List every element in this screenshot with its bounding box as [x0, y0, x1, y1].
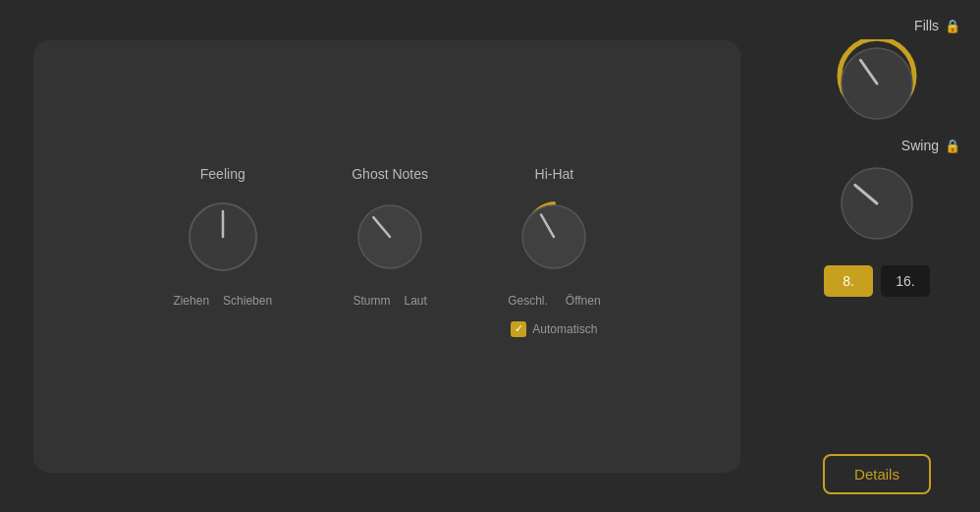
- fills-label-row: Fills 🔒: [793, 18, 960, 33]
- ghost-notes-knob-container[interactable]: [351, 198, 429, 276]
- ghost-notes-label: Ghost Notes: [352, 166, 428, 182]
- hihat-knob-container[interactable]: [515, 198, 593, 276]
- knobs-row: Feeling Ziehen Schieben Ghost Notes: [173, 166, 600, 337]
- swing-knob-container[interactable]: [833, 159, 921, 248]
- hihat-sublabel-left: Geschl.: [508, 294, 548, 308]
- feeling-knob-svg: [184, 198, 262, 276]
- number-box-16[interactable]: 16.: [881, 265, 930, 297]
- right-sidebar: Fills 🔒 Swing 🔒: [774, 0, 980, 512]
- hihat-sublabels: Geschl. Öffnen: [508, 294, 601, 308]
- hihat-label: Hi-Hat: [535, 166, 574, 182]
- main-panel: Feeling Ziehen Schieben Ghost Notes: [0, 0, 774, 512]
- swing-knob-svg: [833, 159, 921, 248]
- swing-label-row: Swing 🔒: [793, 138, 960, 153]
- swing-lock-icon: 🔒: [945, 139, 960, 153]
- feeling-sublabel-right: Schieben: [223, 294, 272, 308]
- swing-section: Swing 🔒: [793, 138, 960, 248]
- swing-label: Swing: [901, 138, 939, 153]
- fills-section: Fills 🔒: [793, 18, 960, 128]
- feeling-label: Feeling: [200, 166, 245, 182]
- fills-lock-icon: 🔒: [945, 19, 960, 33]
- fills-knob-svg: [833, 39, 921, 128]
- ghost-notes-group: Ghost Notes Stumm Laut: [351, 166, 429, 308]
- drum-module: Feeling Ziehen Schieben Ghost Notes: [33, 40, 740, 473]
- feeling-sublabel-left: Ziehen: [173, 294, 209, 308]
- ghost-notes-sublabel-right: Laut: [404, 294, 426, 308]
- number-box-8[interactable]: 8.: [824, 265, 873, 297]
- number-row: 8. 16.: [824, 265, 930, 297]
- automatisch-row[interactable]: ✓ Automatisch: [511, 321, 597, 337]
- fills-knob-container[interactable]: [833, 39, 921, 128]
- feeling-group: Feeling Ziehen Schieben: [173, 166, 272, 308]
- ghost-notes-sublabel-left: Stumm: [353, 294, 390, 308]
- automatisch-label: Automatisch: [532, 322, 597, 336]
- ghost-notes-sublabels: Stumm Laut: [353, 294, 426, 308]
- hihat-sublabel-right: Öffnen: [566, 294, 601, 308]
- feeling-knob-container[interactable]: [184, 198, 262, 276]
- feeling-sublabels: Ziehen Schieben: [173, 294, 272, 308]
- automatisch-checkbox[interactable]: ✓: [511, 321, 526, 337]
- ghost-notes-knob-svg: [351, 198, 429, 276]
- fills-label: Fills: [914, 18, 939, 33]
- hihat-group: Hi-Hat Geschl. Öffnen ✓ Auto: [508, 166, 601, 337]
- details-button[interactable]: Details: [823, 454, 931, 494]
- hihat-knob-svg: [515, 198, 593, 276]
